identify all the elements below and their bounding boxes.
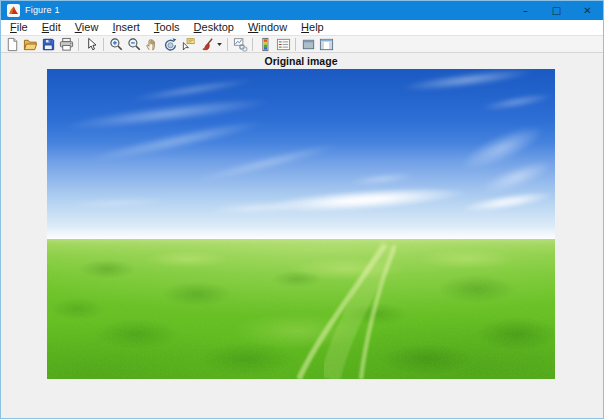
new-figure-icon — [5, 37, 20, 52]
toolbar-print-figure[interactable] — [57, 36, 75, 52]
toolbar-separator — [227, 38, 228, 51]
photo-original-image — [47, 69, 555, 379]
axes-title: Original image — [47, 55, 555, 67]
zoom-in-icon — [109, 37, 124, 52]
menu-item-help[interactable]: Help — [294, 20, 331, 35]
maximize-button[interactable]: □ — [541, 1, 572, 20]
colorbar-icon — [258, 37, 273, 52]
chevron-down-icon — [216, 37, 223, 52]
window-controls: – □ ✕ — [510, 1, 603, 20]
menu-item-insert[interactable]: Insert — [105, 20, 147, 35]
legend-icon — [276, 37, 291, 52]
toolbar-hide-plot-tools[interactable] — [299, 36, 317, 52]
toolbar-data-cursor[interactable] — [179, 36, 197, 52]
toolbar-new-figure[interactable] — [3, 36, 21, 52]
grass-path-texture — [47, 239, 555, 379]
toolbar-insert-colorbar[interactable] — [256, 36, 274, 52]
pointer-arrow-icon — [84, 37, 99, 52]
pan-hand-icon — [145, 37, 160, 52]
toolbar-save-figure[interactable] — [39, 36, 57, 52]
titlebar[interactable]: Figure 1 – □ ✕ — [1, 1, 603, 20]
window-title: Figure 1 — [25, 1, 60, 20]
toolbar-brush-select-data[interactable] — [197, 36, 215, 52]
toolbar-edit-plot[interactable] — [82, 36, 100, 52]
hide-plot-tools-icon — [301, 37, 316, 52]
menu-item-window[interactable]: Window — [241, 20, 294, 35]
toolbar-rotate-3d[interactable] — [161, 36, 179, 52]
matlab-figure-icon — [7, 4, 20, 17]
minimize-button[interactable]: – — [510, 1, 541, 20]
toolbar-open-file[interactable] — [21, 36, 39, 52]
open-folder-icon — [23, 37, 38, 52]
toolbar-separator — [103, 38, 104, 51]
close-button[interactable]: ✕ — [572, 1, 603, 20]
toolbar-zoom-out[interactable] — [125, 36, 143, 52]
toolbar-separator — [78, 38, 79, 51]
show-plot-tools-icon — [319, 37, 334, 52]
menu-item-tools[interactable]: Tools — [147, 20, 187, 35]
save-floppy-icon — [41, 37, 56, 52]
toolbar — [1, 35, 603, 53]
toolbar-show-plot-tools-dock[interactable] — [317, 36, 335, 52]
toolbar-insert-legend[interactable] — [274, 36, 292, 52]
menu-item-edit[interactable]: Edit — [35, 20, 68, 35]
brush-icon — [199, 37, 214, 52]
toolbar-separator — [252, 38, 253, 51]
zoom-out-icon — [127, 37, 142, 52]
menu-item-file[interactable]: File — [3, 20, 35, 35]
figure-canvas: Original image — [1, 53, 603, 418]
toolbar-link-plot[interactable] — [231, 36, 249, 52]
toolbar-separator — [295, 38, 296, 51]
link-plot-icon — [233, 37, 248, 52]
toolbar-brush-dropdown[interactable] — [215, 36, 224, 52]
menu-item-view[interactable]: View — [68, 20, 106, 35]
rotate-3d-icon — [163, 37, 178, 52]
figure-window: Figure 1 – □ ✕ FileEditViewInsertToolsDe… — [0, 0, 604, 419]
toolbar-zoom-in[interactable] — [107, 36, 125, 52]
menubar: FileEditViewInsertToolsDesktopWindowHelp — [1, 20, 603, 35]
data-cursor-icon — [181, 37, 196, 52]
clouds — [47, 69, 555, 245]
menu-item-desktop[interactable]: Desktop — [187, 20, 241, 35]
toolbar-pan[interactable] — [143, 36, 161, 52]
printer-icon — [59, 37, 74, 52]
matlab-membrane-icon — [8, 5, 19, 16]
